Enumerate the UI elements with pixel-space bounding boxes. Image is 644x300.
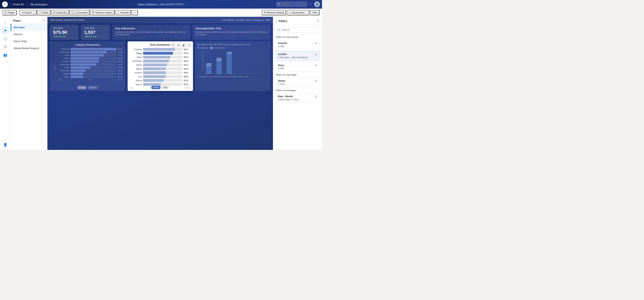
comments-button[interactable]: 💬 Comments [70, 10, 90, 15]
filter-amount-chevron-icon[interactable]: ⌄ [312, 42, 314, 45]
sidebar-clock-icon[interactable]: 🕑 [2, 35, 9, 42]
workspace-label[interactable]: My workspace [30, 3, 48, 6]
export-label: Export [24, 11, 32, 14]
search-input[interactable] [276, 2, 307, 7]
cat-bar-fill [70, 60, 98, 63]
net-sales-y-label: Net Sales and Net Sales PM [202, 52, 203, 69]
filter-nombre-actions: ⌄ 🗑 [312, 53, 317, 56]
store-bar-container [143, 52, 182, 55]
sidebar-people-icon[interactable]: 👥 [2, 51, 9, 59]
category-tab-visual[interactable]: Visual [77, 86, 87, 89]
key-influencers-title: Key Influencers [115, 27, 187, 30]
key-influencers-card: Key Influencers Analyzes your data, rank… [112, 25, 190, 40]
cat-bar-fill [70, 69, 85, 72]
more-toolbar-button[interactable]: ⋯ [132, 10, 138, 15]
net-sales-checkbox[interactable] [197, 76, 199, 78]
cat-bar-fill [70, 51, 107, 53]
subscribe-icon: ✉ [53, 11, 56, 14]
store-chart-tabs: Visual Map [151, 86, 170, 89]
category-tab-tabular[interactable]: Tabular [88, 86, 98, 89]
legend-net-sales-pm-icon [210, 47, 212, 49]
filter-status-value: is Sold [278, 83, 317, 85]
svg-text:Date: Date [233, 73, 236, 74]
page-item-market-basket[interactable]: Market Basket Analysis [11, 45, 47, 52]
svg-rect-1 [206, 63, 211, 66]
category-bar-row: Word $7.1K [58, 54, 124, 57]
filter-store-header: Store ⌄ 🗑 [278, 64, 317, 67]
view-button[interactable]: View [310, 10, 320, 15]
reset-button[interactable]: ↻ Reset to default [262, 10, 286, 15]
svg-text:May 2019: May 2019 [216, 73, 222, 74]
store-tab-visual[interactable]: Visual [151, 86, 160, 89]
filter-nombre-value: is Net sales - store breakdown [278, 56, 317, 59]
avatar[interactable]: 👤 [314, 2, 320, 7]
sidebar-bookmark-icon[interactable]: ★ [2, 27, 9, 34]
legend-net-sales-pm-label: Net Sales PM [214, 47, 225, 49]
share-teams-button[interactable]: ⚒ Share to Teams [90, 10, 114, 15]
page-item-return-rate[interactable]: Return Rate [11, 38, 47, 45]
cat-bar-label: OneNote [58, 60, 69, 62]
cat-bar-value: $7.8K [118, 51, 124, 53]
filter-search-input[interactable] [282, 29, 318, 31]
store-bar-container [143, 83, 182, 86]
subscribe-button[interactable]: ✉ Subscribe [51, 10, 69, 15]
share-teams-label: Share to Teams [95, 11, 112, 14]
help-icon[interactable]: ? [171, 43, 176, 48]
filters-close-icon[interactable]: × [317, 19, 319, 23]
breadcrumb-store: Skateboard Store [64, 19, 84, 22]
store-bar-label: Fama [130, 52, 142, 55]
filter-date-clear-icon[interactable]: 🗑 [315, 95, 317, 98]
filter-store[interactable]: Store ⌄ 🗑 is (All) [276, 62, 320, 71]
cat-bar-label: PowerApps [58, 64, 69, 66]
bookmarks-label: Bookmarks [292, 11, 304, 14]
sidebar-apps-icon[interactable]: ☷ [2, 43, 9, 50]
filter-store-clear-icon[interactable]: 🗑 [315, 64, 317, 67]
filter-status-clear-icon[interactable]: 🗑 [315, 79, 317, 82]
more-visual-options-icon[interactable]: ⋯ [187, 43, 191, 48]
sidebar-user-icon[interactable]: 👤 [2, 141, 9, 148]
store-tab-map[interactable]: Map [161, 86, 169, 89]
pages-button[interactable]: ☷ Pages [2, 10, 17, 15]
filter-date-chevron-icon[interactable]: ⌄ [312, 95, 314, 98]
cat-bar-fill [70, 66, 91, 69]
copy-icon[interactable]: ▮ [182, 43, 186, 48]
cat-bar-value: $2.7K [118, 76, 124, 78]
report-title: Sales & Returns [138, 3, 156, 6]
svg-text:Apr 2019: Apr 2019 [205, 73, 211, 74]
filter-date-month[interactable]: Date - Month ⌄ 🗑 is April, May, or June [276, 93, 320, 103]
kpi-net-sales-change: +988.4% m/m [53, 35, 75, 38]
cat-bar-value: $3.1K [118, 70, 124, 72]
chevron-down-icon[interactable]: ⌄ [184, 3, 186, 6]
store-bar-value: $52K [184, 79, 191, 82]
page-item-net-sales[interactable]: Net Sales [11, 24, 47, 31]
filter-nombre[interactable]: nombre ⌄ 🗑 is Net sales - store breakdow… [276, 51, 320, 60]
filter-nombre-clear-icon[interactable]: 🗑 [315, 53, 317, 56]
kpi-units-sold-value: 1,537 [84, 30, 106, 35]
store-bar-label: Abbas [130, 68, 142, 70]
filters-title-row: ▿ Filters [276, 20, 287, 23]
filter-amount-clear-icon[interactable]: 🗑 [315, 42, 317, 45]
sidebar-home-icon[interactable]: ⌂ [2, 19, 9, 26]
filter-status-chevron-icon[interactable]: ⌄ [312, 79, 314, 82]
last-refresh-text: Last Refresh: Jun 30th, 2019 / Chicago, … [222, 19, 270, 21]
bookmarks-button[interactable]: ▭ Bookmarks ⌄ [287, 10, 309, 15]
pages-panel-close-icon[interactable]: × [43, 19, 45, 22]
filter-store-chevron-icon[interactable]: ⌄ [312, 64, 314, 67]
export-button[interactable]: ⇥ Export ⌄ [20, 10, 36, 15]
filter-nombre-chevron-icon[interactable]: ⌄ [312, 53, 314, 56]
store-bar-fill [143, 67, 166, 70]
svg-rect-3 [216, 58, 222, 61]
filter-status[interactable]: Status ⌄ 🗑 is Sold [276, 78, 320, 87]
toolbar-right: ↻ Reset to default ▭ Bookmarks ⌄ View [262, 10, 320, 15]
favorite-button[interactable]: ☆ Favorite [115, 10, 131, 15]
page-item-returns[interactable]: Returns [11, 31, 47, 38]
store-bar-fill [143, 60, 169, 62]
store-bar-value: $66K [184, 60, 191, 62]
net-sales-chart: Net Sales vs net sales PM by date as sta… [195, 41, 271, 91]
share-button[interactable]: ⇧ Share [37, 10, 51, 15]
filter-store-actions: ⌄ 🗑 [312, 64, 317, 67]
edit-icon[interactable]: ✏ [176, 43, 181, 48]
more-options-icon[interactable]: ⋯ [309, 3, 312, 6]
filter-amount[interactable]: Amount ⌄ 🗑 is (All) [276, 40, 320, 49]
page-item-return-rate-label: Return Rate [14, 40, 27, 43]
